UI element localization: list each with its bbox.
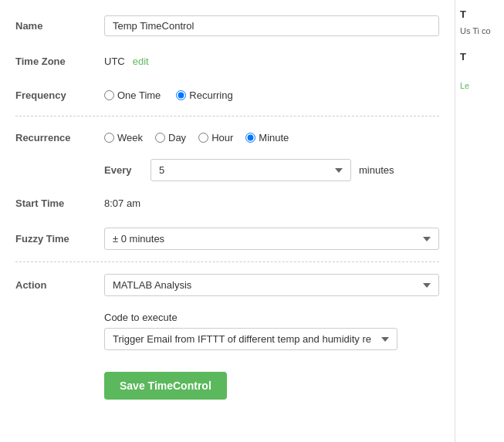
recurrence-minute-label[interactable]: Minute	[245, 132, 289, 143]
save-row: Save TimeControl	[0, 364, 455, 407]
recurrence-hour-radio[interactable]	[198, 133, 208, 143]
name-input[interactable]	[104, 15, 439, 36]
every-select[interactable]: 1 2 3 4 5 10 15 30	[151, 159, 351, 181]
frequency-onetime-label[interactable]: One Time	[104, 89, 161, 101]
start-time-control: 8:07 am	[104, 197, 439, 209]
frequency-radio-group: One Time Recurring	[104, 89, 244, 101]
recurrence-hour-label[interactable]: Hour	[198, 132, 233, 143]
action-select[interactable]: MATLAB Analysis Python Script Send Email	[104, 274, 439, 296]
recurrence-week-radio[interactable]	[104, 133, 114, 143]
recurrence-day-text: Day	[168, 132, 186, 143]
save-button[interactable]: Save TimeControl	[104, 372, 227, 400]
main-panel: Name Time Zone UTC edit Frequency One Ti…	[0, 0, 455, 442]
action-label: Action	[15, 279, 104, 291]
recurrence-row: Recurrence Week Day Hour Minute	[0, 120, 455, 154]
divider-1	[15, 116, 439, 116]
frequency-control: One Time Recurring	[104, 89, 439, 101]
start-time-value: 8:07 am	[104, 197, 140, 209]
every-row: Every 1 2 3 4 5 10 15 30 minutes	[0, 154, 455, 186]
recurrence-control: Week Day Hour Minute	[104, 132, 439, 143]
frequency-recurring-text: Recurring	[189, 89, 232, 101]
divider-2	[15, 261, 439, 262]
fuzzy-time-select[interactable]: ± 0 minutes ± 1 minutes ± 5 minutes ± 10…	[104, 228, 439, 250]
recurrence-hour-text: Hour	[211, 132, 233, 143]
name-label: Name	[15, 20, 104, 32]
code-execute-row: Code to execute Trigger Email from IFTTT…	[0, 304, 455, 358]
side-description: Us Ti co	[460, 25, 499, 38]
minutes-label: minutes	[359, 164, 394, 176]
timezone-control: UTC edit	[104, 56, 439, 67]
recurrence-minute-radio[interactable]	[245, 133, 255, 143]
start-time-label: Start Time	[15, 197, 104, 209]
recurrence-day-label[interactable]: Day	[155, 132, 186, 143]
side-panel: T Us Ti co T Le	[455, 0, 504, 442]
action-control: MATLAB Analysis Python Script Send Email	[104, 274, 439, 296]
frequency-label: Frequency	[15, 89, 104, 101]
name-row: Name	[0, 8, 455, 44]
recurrence-radio-group: Week Day Hour Minute	[104, 132, 296, 143]
frequency-recurring-label[interactable]: Recurring	[176, 89, 232, 101]
code-execute-label: Code to execute	[104, 312, 178, 323]
frequency-onetime-text: One Time	[117, 89, 161, 101]
recurrence-day-radio[interactable]	[155, 133, 165, 143]
recurrence-week-label[interactable]: Week	[104, 132, 143, 143]
frequency-onetime-radio[interactable]	[104, 90, 114, 100]
side-title: T	[460, 8, 499, 22]
every-label: Every	[104, 164, 143, 176]
fuzzy-time-row: Fuzzy Time ± 0 minutes ± 1 minutes ± 5 m…	[0, 220, 455, 258]
frequency-row: Frequency One Time Recurring	[0, 78, 455, 112]
timezone-row: Time Zone UTC edit	[0, 44, 455, 78]
recurrence-minute-text: Minute	[259, 132, 289, 143]
timezone-value: UTC	[104, 56, 125, 67]
fuzzy-time-control: ± 0 minutes ± 1 minutes ± 5 minutes ± 10…	[104, 228, 439, 250]
frequency-recurring-radio[interactable]	[176, 90, 186, 100]
start-time-row: Start Time 8:07 am	[0, 186, 455, 220]
code-execute-select[interactable]: Trigger Email from IFTTT of different te…	[104, 328, 397, 350]
side-title-2: T	[460, 50, 499, 64]
timezone-edit-link[interactable]: edit	[133, 56, 149, 67]
recurrence-label: Recurrence	[15, 132, 104, 143]
timezone-label: Time Zone	[15, 56, 104, 67]
recurrence-week-text: Week	[117, 132, 143, 143]
action-row: Action MATLAB Analysis Python Script Sen…	[0, 266, 455, 304]
fuzzy-time-label: Fuzzy Time	[15, 233, 104, 245]
side-learn-more[interactable]: Le	[460, 80, 499, 92]
name-control	[104, 15, 439, 36]
